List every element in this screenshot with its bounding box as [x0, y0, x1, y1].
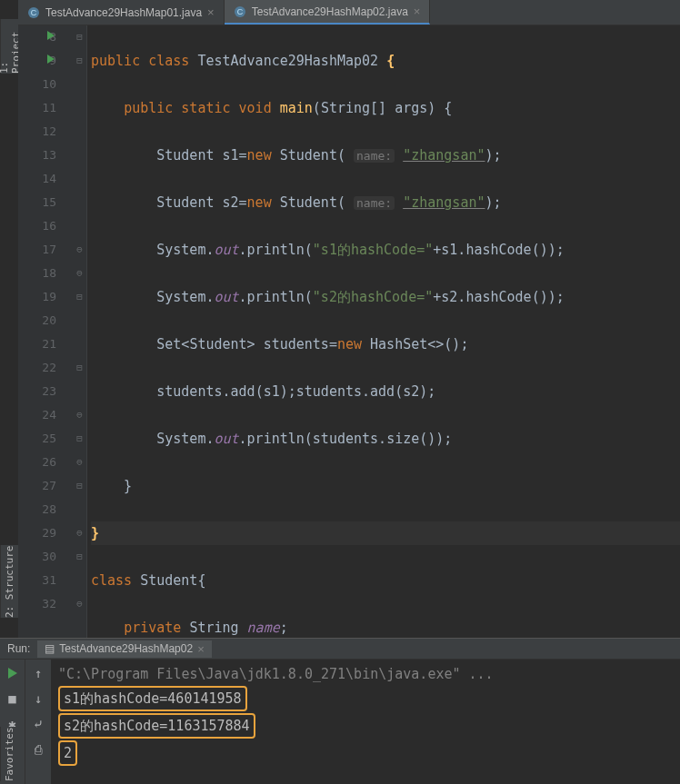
tab-label: TestAdvance29HashMap01.java: [45, 6, 202, 19]
run-config-tab[interactable]: ▤ TestAdvance29HashMap02 ×: [37, 640, 211, 658]
close-icon[interactable]: ×: [414, 5, 421, 18]
java-class-icon: C: [234, 5, 246, 18]
rerun-button[interactable]: [5, 665, 21, 681]
wrap-icon[interactable]: ⤶: [30, 716, 46, 732]
run-gutter-icon[interactable]: [47, 55, 55, 64]
svg-text:C: C: [31, 8, 37, 17]
console-panel: ■ ✱ ⇲ ↑ ↓ ⤶ ⎙ "C:\Program Files\Java\jdk…: [0, 660, 680, 784]
console-toolbar: ↑ ↓ ⤶ ⎙: [25, 660, 51, 784]
print-icon[interactable]: ⎙: [30, 741, 46, 758]
tool-window-structure[interactable]: 2: Structure: [0, 545, 18, 618]
run-tab-icon: ▤: [45, 642, 55, 655]
tool-window-favorites[interactable]: Favorites: [0, 727, 18, 781]
run-toolwindow-header: Run: ▤ TestAdvance29HashMap02 ×: [0, 638, 680, 660]
editor-tab-1[interactable]: C TestAdvance29HashMap02.java ×: [225, 0, 431, 25]
tool-window-project[interactable]: 1: Project: [0, 19, 18, 74]
stop-button[interactable]: ■: [5, 690, 21, 707]
highlighted-output: s2的hashCode=1163157884: [58, 713, 255, 739]
fold-column[interactable]: ⊟⊟ ⊖⊖⊟ ⊟⊖⊟⊖ ⊟⊖⊟⊖: [73, 25, 87, 638]
code-editor[interactable]: 8 9 1011 1213 1415 1617 1819 2021 2223 2…: [18, 25, 680, 638]
editor-tab-0[interactable]: C TestAdvance29HashMap01.java ×: [18, 0, 225, 25]
svg-text:C: C: [236, 7, 243, 16]
tab-label: TestAdvance29HashMap02.java: [252, 5, 408, 18]
code-area[interactable]: public class TestAdvance29HashMap02 { pu…: [87, 25, 680, 638]
run-label: Run:: [0, 642, 37, 655]
line-gutter: 8 9 1011 1213 1415 1617 1819 2021 2223 2…: [18, 25, 73, 638]
console-output[interactable]: "C:\Program Files\Java\jdk1.8.0_271\bin\…: [51, 660, 680, 784]
highlighted-output: s1的hashCode=460141958: [58, 686, 247, 711]
up-icon[interactable]: ↑: [30, 665, 46, 681]
down-icon[interactable]: ↓: [30, 690, 46, 707]
close-icon[interactable]: ×: [197, 642, 205, 656]
run-gutter-icon[interactable]: [47, 31, 55, 40]
editor-tabs: C TestAdvance29HashMap01.java × C TestAd…: [18, 0, 680, 25]
console-line: "C:\Program Files\Java\jdk1.8.0_271\bin\…: [58, 663, 673, 685]
java-class-icon: C: [27, 6, 40, 19]
close-icon[interactable]: ×: [207, 5, 215, 19]
highlighted-output: 2: [58, 740, 77, 766]
